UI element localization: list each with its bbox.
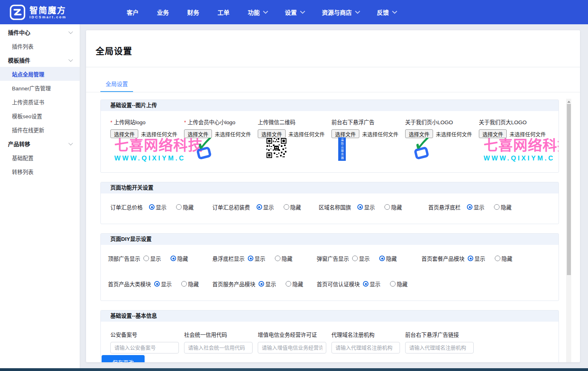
sidebar-item-site-global-management[interactable]: 站点全局管理	[0, 67, 80, 81]
scroll-up-arrow-icon[interactable]	[566, 99, 571, 104]
choose-file-button[interactable]: 选择文件	[479, 129, 507, 138]
logo-icon	[10, 4, 25, 20]
choose-file-button[interactable]: 选择文件	[110, 129, 138, 138]
switch-order-summary-setup-fee: 订单汇总初装费 显示 隐藏	[212, 203, 319, 211]
police-record-input[interactable]	[110, 342, 179, 353]
no-file-label: 未选择任何文件	[288, 130, 325, 138]
nav-resources-store[interactable]: 资源与商店	[322, 8, 359, 16]
show-option[interactable]: 显示	[248, 254, 265, 262]
no-file-label: 未选择任何文件	[141, 130, 177, 138]
nav-feedback[interactable]: 反馈	[377, 8, 396, 16]
divider	[86, 67, 580, 67]
brand[interactable]: 智简魔方 IDCSmart.com	[10, 4, 67, 20]
section-basic-info: 基础设置--基本信息 公安备案号 社会统一信用代码 增值电信业务经营许可证 代理…	[100, 310, 559, 362]
show-option[interactable]: 显示	[149, 203, 167, 211]
sidebar-item-transfer-list[interactable]: 转移列表	[0, 164, 80, 178]
show-option[interactable]: 显示	[352, 254, 370, 262]
show-option[interactable]: 显示	[143, 254, 161, 262]
switch-home-package-module: 首页套餐产品模块 显示 隐藏	[421, 254, 522, 262]
section-title: 基础设置--基本信息	[101, 310, 559, 322]
hide-option[interactable]: 隐藏	[494, 203, 512, 211]
choose-file-button[interactable]: 选择文件	[331, 129, 359, 138]
chevron-down-icon	[300, 9, 305, 14]
sidebar-group-plugin-center[interactable]: 插件中心	[0, 25, 80, 39]
save-button[interactable]: 保存更改	[102, 355, 145, 362]
hide-option[interactable]: 隐藏	[384, 203, 402, 211]
sections: 基础设置--图片上传 上传网站logo 选择文件未选择任何文件 上传会员中心小l…	[100, 100, 559, 362]
switch-home-category-module: 首页产品大类模块 显示 隐藏	[108, 280, 212, 288]
show-option[interactable]: 显示	[468, 254, 485, 262]
hide-option[interactable]: 隐藏	[379, 254, 397, 262]
tabs-row: 全局设置	[86, 75, 580, 92]
police-record-field: 公安备案号	[110, 326, 184, 353]
hide-option[interactable]: 隐藏	[286, 280, 303, 288]
section-title: 基础设置--图片上传	[101, 100, 559, 111]
show-option[interactable]: 显示	[259, 280, 276, 288]
hide-option[interactable]: 隐藏	[390, 280, 408, 288]
switch-floating-bottom-bar-display: 悬浮底栏显示 显示 隐藏	[212, 254, 317, 262]
credit-code-input[interactable]	[184, 342, 253, 353]
hide-option[interactable]: 隐藏	[171, 254, 188, 262]
choose-file-button[interactable]: 选择文件	[258, 129, 286, 138]
about-large-logo-preview: 七喜网络科技 WWW.QIXIYM.C	[484, 138, 559, 162]
telecom-license-field: 增值电信业务经营许可证	[258, 326, 331, 353]
sidebar-group-template-plugins[interactable]: 模板插件	[0, 53, 80, 67]
section-diy-display: 页面DIY显示设置 顶部广告显示 显示 隐藏 悬浮底栏显示 显示 隐藏 弹窗广告…	[100, 233, 559, 301]
section-feature-switches: 页面功能开关设置 订单汇总价格 显示 隐藏 订单汇总初装费 显示 隐藏 区域名称…	[100, 182, 559, 224]
wechat-qrcode-preview	[267, 138, 286, 158]
sidebar-group-product-transfer[interactable]: 产品转移	[0, 137, 80, 150]
page-title: 全局设置	[86, 30, 580, 57]
switch-home-floating-bar: 首页悬浮底栏 显示 隐藏	[428, 203, 521, 211]
sidebar-item-plugin-online-update[interactable]: 插件在线更新	[0, 123, 80, 137]
domain-registrar-field: 代理域名注册机构	[331, 326, 405, 353]
sidebar-item-plugin-list[interactable]: 插件列表	[0, 39, 80, 53]
show-option[interactable]: 显示	[154, 280, 172, 288]
hide-option[interactable]: 隐藏	[275, 254, 292, 262]
diy-row-2: 首页产品大类模块 显示 隐藏 首页服务产品模块 显示 隐藏 首页可信认证模块 显…	[101, 280, 559, 288]
sidebar-item-template-seo[interactable]: 模板seo设置	[0, 109, 80, 123]
chevron-down-icon	[69, 141, 73, 145]
diy-row-1: 顶部广告显示 显示 隐藏 悬浮底栏显示 显示 隐藏 弹窗广告显示 显示 隐藏 首…	[101, 254, 559, 262]
bottom-strip	[0, 368, 588, 371]
sidebar: 插件中心 插件列表 模板插件 站点全局管理 Banner广告管理 上传资质证书 …	[0, 24, 80, 368]
section-title: 页面功能开关设置	[101, 182, 559, 193]
switch-home-trust-module: 首页可信认证模块 显示 隐藏	[317, 280, 417, 288]
site-logo-preview: 七喜网络科技 WWW.QIXIYM.C ✓	[114, 138, 214, 162]
nav-tickets[interactable]: 工单	[218, 8, 229, 16]
domain-registrar-input[interactable]	[331, 342, 400, 353]
show-option[interactable]: 显示	[363, 280, 380, 288]
main-card: 全局设置 全局设置 基础设置--图片上传 上传网站logo 选择文件未选择任何文…	[86, 30, 580, 362]
hide-option[interactable]: 隐藏	[181, 280, 199, 288]
switch-top-ad-display: 顶部广告显示 显示 隐藏	[108, 254, 212, 262]
show-option[interactable]: 显示	[467, 203, 484, 211]
chevron-down-icon	[392, 9, 397, 14]
sidebar-item-basic-config[interactable]: 基础配置	[0, 150, 80, 164]
tab-global-settings[interactable]: 全局设置	[100, 75, 133, 92]
no-file-label: 未选择任何文件	[215, 130, 251, 138]
sidebar-item-upload-certificates[interactable]: 上传资质证书	[0, 95, 80, 109]
brand-text: 智简魔方 IDCSmart.com	[29, 6, 67, 19]
hide-option[interactable]: 隐藏	[284, 203, 301, 211]
switch-popup-ad-display: 弹窗广告显示 显示 隐藏	[317, 254, 421, 262]
nav-settings[interactable]: 设置	[285, 8, 304, 16]
chevron-down-icon	[263, 9, 268, 14]
top-header: 智简魔方 IDCSmart.com 客户 业务 财务 工单 功能 设置 资源与商…	[0, 0, 588, 24]
floating-ad-preview: 高防云服务器	[338, 137, 346, 161]
nav-customers[interactable]: 客户	[127, 8, 139, 16]
show-option[interactable]: 显示	[357, 203, 375, 211]
scrollbar[interactable]	[566, 99, 571, 362]
show-option[interactable]: 显示	[257, 203, 274, 211]
no-file-label: 未选择任何文件	[436, 130, 472, 138]
nav-features[interactable]: 功能	[248, 8, 267, 16]
hide-option[interactable]: 隐藏	[495, 254, 512, 262]
telecom-license-input[interactable]	[258, 342, 326, 353]
sidebar-item-banner-ad-management[interactable]: Banner广告管理	[0, 81, 80, 95]
chevron-down-icon	[69, 57, 73, 61]
credit-code-field: 社会统一信用代码	[184, 326, 258, 353]
floating-ad-link-input[interactable]	[405, 342, 474, 353]
hide-option[interactable]: 隐藏	[176, 203, 194, 211]
nav-business[interactable]: 业务	[157, 8, 169, 16]
nav-finance[interactable]: 财务	[187, 8, 199, 16]
scrollbar-thumb[interactable]	[567, 104, 571, 275]
section-title: 页面DIY显示设置	[101, 234, 559, 245]
